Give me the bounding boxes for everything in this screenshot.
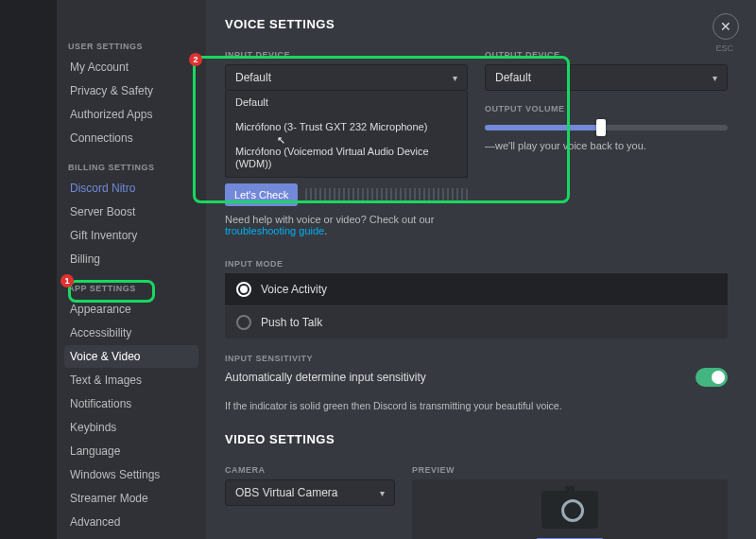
video-settings-title: VIDEO SETTINGS bbox=[225, 432, 728, 446]
input-mode-label: INPUT MODE bbox=[225, 259, 728, 269]
section-user: USER SETTINGS bbox=[68, 42, 195, 51]
sidebar-item-notifications[interactable]: Notifications bbox=[64, 392, 198, 415]
output-volume-slider[interactable] bbox=[485, 125, 728, 130]
voice-settings-title: VOICE SETTINGS bbox=[225, 17, 728, 31]
input-mode-group: Voice Activity Push to Talk bbox=[225, 273, 728, 339]
auto-sensitivity-text: Automatically determine input sensitivit… bbox=[225, 371, 426, 384]
close-button[interactable]: ✕ bbox=[713, 13, 739, 40]
lets-check-button[interactable]: Let's Check bbox=[225, 183, 298, 206]
output-device-label: OUTPUT DEVICE bbox=[485, 50, 728, 60]
server-rail bbox=[0, 0, 57, 539]
mic-level-meter bbox=[305, 188, 468, 201]
annotation-badge-2: 2 bbox=[189, 53, 202, 66]
esc-label: ESC bbox=[715, 43, 733, 53]
slider-fill bbox=[485, 125, 601, 130]
sidebar-item-language[interactable]: Language bbox=[64, 440, 198, 462]
input-option-voicemod[interactable]: Micrófono (Voicemod Virtual Audio Device… bbox=[226, 140, 467, 178]
sidebar-item-billing[interactable]: Billing bbox=[64, 248, 198, 270]
chevron-down-icon: ▾ bbox=[453, 73, 457, 83]
video-preview: Test Video bbox=[412, 479, 728, 539]
radio-on-icon bbox=[236, 282, 251, 297]
section-app: APP SETTINGS bbox=[68, 284, 195, 293]
slider-thumb[interactable] bbox=[596, 119, 606, 136]
mode-voice-activity[interactable]: Voice Activity bbox=[225, 273, 728, 306]
radio-off-icon bbox=[236, 315, 251, 330]
sidebar-item-voice-video[interactable]: Voice & Video bbox=[64, 345, 198, 368]
mode-push-to-talk[interactable]: Push to Talk bbox=[225, 306, 728, 339]
mic-test-hint: —we'll play your voice back to you. bbox=[485, 140, 728, 151]
sidebar-item-connections[interactable]: Connections bbox=[64, 127, 198, 149]
close-icon: ✕ bbox=[720, 19, 731, 34]
input-option-trust[interactable]: Micrófono (3- Trust GXT 232 Microphone) bbox=[226, 115, 467, 140]
sidebar-item-advanced[interactable]: Advanced bbox=[64, 511, 198, 533]
sidebar-item-discord-nitro[interactable]: Discord Nitro bbox=[64, 177, 198, 200]
sidebar-item-server-boost[interactable]: Server Boost bbox=[64, 200, 198, 223]
sidebar-item-windows-settings[interactable]: Windows Settings bbox=[64, 463, 198, 486]
auto-sensitivity-toggle[interactable] bbox=[696, 368, 728, 387]
troubleshooting-link[interactable]: troubleshooting guide bbox=[225, 225, 324, 236]
output-device-select[interactable]: Default ▾ bbox=[485, 64, 728, 91]
input-device-label: INPUT DEVICE bbox=[225, 50, 468, 60]
camera-icon bbox=[541, 491, 598, 529]
output-device-value: Default bbox=[495, 71, 531, 84]
sidebar-item-appearance[interactable]: Appearance bbox=[64, 298, 198, 321]
camera-select[interactable]: OBS Virtual Camera ▾ bbox=[225, 479, 395, 506]
input-device-select[interactable]: Default ▾ bbox=[225, 64, 468, 91]
preview-label: PREVIEW bbox=[412, 465, 728, 475]
chevron-down-icon: ▾ bbox=[713, 73, 717, 83]
sidebar-item-my-account[interactable]: My Account bbox=[64, 56, 198, 78]
sidebar-item-accessibility[interactable]: Accessibility bbox=[64, 322, 198, 344]
camera-label: CAMERA bbox=[225, 465, 395, 475]
sensitivity-info: If the indicator is solid green then Dis… bbox=[225, 400, 728, 411]
input-option-default[interactable]: Default bbox=[226, 91, 467, 115]
sidebar-item-streamer-mode[interactable]: Streamer Mode bbox=[64, 487, 198, 510]
sidebar-item-authorized-apps[interactable]: Authorized Apps bbox=[64, 103, 198, 126]
chevron-down-icon: ▾ bbox=[380, 488, 385, 498]
sidebar-item-text-images[interactable]: Text & Images bbox=[64, 369, 198, 391]
settings-sidebar: USER SETTINGS My Account Privacy & Safet… bbox=[57, 0, 206, 539]
help-text: Need help with voice or video? Check out… bbox=[225, 214, 468, 236]
input-sensitivity-label: INPUT SENSITIVITY bbox=[225, 354, 728, 363]
annotation-badge-1: 1 bbox=[60, 274, 74, 287]
input-device-value: Default bbox=[235, 71, 271, 84]
sidebar-item-privacy[interactable]: Privacy & Safety bbox=[64, 79, 198, 102]
output-volume-label: OUTPUT VOLUME bbox=[485, 104, 728, 113]
sidebar-item-keybinds[interactable]: Keybinds bbox=[64, 416, 198, 439]
sidebar-item-gift-inventory[interactable]: Gift Inventory bbox=[64, 224, 198, 247]
section-billing: BILLING SETTINGS bbox=[68, 163, 195, 172]
input-device-dropdown: Default Micrófono (3- Trust GXT 232 Micr… bbox=[225, 91, 468, 178]
camera-value: OBS Virtual Camera bbox=[235, 486, 338, 499]
settings-content: ✕ ESC VOICE SETTINGS INPUT DEVICE Defaul… bbox=[206, 0, 756, 539]
